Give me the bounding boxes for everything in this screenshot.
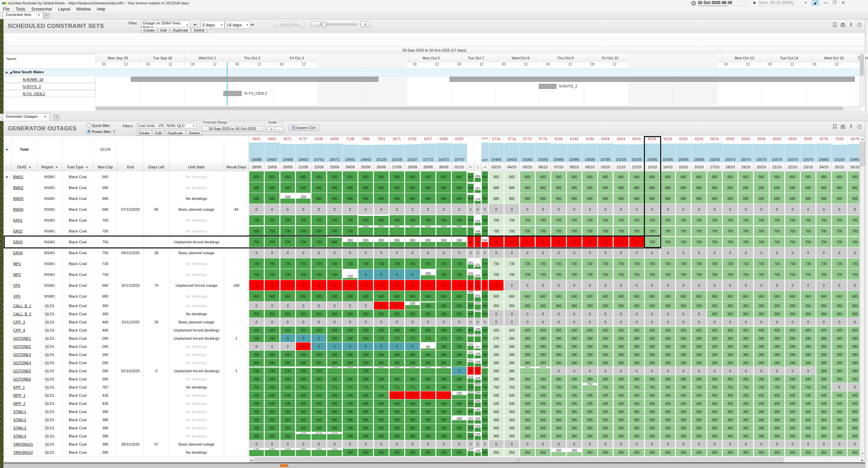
- outage-cell[interactable]: 660: [832, 171, 847, 182]
- outage-cell[interactable]: 700: [311, 226, 327, 237]
- outage-cell[interactable]: 350: [489, 302, 504, 310]
- total-cell[interactable]: 622415905: [691, 136, 707, 162]
- outage-cell[interactable]: 280: [816, 359, 832, 367]
- outage-cell[interactable]: 365: [389, 408, 405, 416]
- outage-cell[interactable]: 0: [738, 440, 754, 448]
- outage-cell[interactable]: 280: [535, 351, 551, 359]
- outage-cell[interactable]: 0: [535, 204, 551, 215]
- outage-cell[interactable]: 435: [707, 399, 723, 408]
- outage-cell[interactable]: 700: [660, 215, 676, 226]
- help-icon[interactable]: ?: [855, 21, 863, 28]
- outage-cell[interactable]: 0: [452, 440, 467, 448]
- outage-cell[interactable]: 280: [660, 359, 676, 367]
- total-cell[interactable]: 545416675: [481, 136, 489, 162]
- duid-link[interactable]: STAN-3: [13, 426, 26, 430]
- outage-cell[interactable]: 0: [342, 318, 358, 326]
- row-expander[interactable]: [4, 291, 11, 302]
- outage-cell[interactable]: 700: [832, 226, 847, 237]
- outage-cell[interactable]: 660: [816, 171, 832, 182]
- outage-cell[interactable]: 0: [389, 318, 405, 326]
- outage-cell[interactable]: 280: [327, 375, 342, 383]
- outage-cell[interactable]: 700: [785, 269, 801, 280]
- outage-cell[interactable]: 365: [504, 408, 520, 416]
- outage-cell[interactable]: 0: [474, 237, 481, 247]
- outage-cell[interactable]: 771: [327, 383, 342, 391]
- outage-cell[interactable]: 280: [504, 375, 520, 383]
- outage-cell[interactable]: 0: [567, 318, 582, 326]
- outage-cell[interactable]: 285: [467, 269, 474, 280]
- outage-cell[interactable]: 750: [769, 383, 785, 391]
- outage-cell[interactable]: 280: [582, 375, 598, 383]
- outage-cell[interactable]: 660: [629, 171, 645, 182]
- outage-cell[interactable]: 420: [567, 326, 582, 334]
- outage-cell[interactable]: 0: [567, 367, 582, 375]
- outage-cell[interactable]: 420: [645, 326, 660, 334]
- outage-cell[interactable]: 365: [264, 432, 280, 440]
- outage-cell[interactable]: 660: [296, 291, 311, 302]
- outage-cell[interactable]: 0: [832, 440, 847, 448]
- outage-cell[interactable]: 700: [738, 237, 754, 247]
- outage-cell[interactable]: 365: [801, 416, 816, 424]
- outage-cell[interactable]: 280: [832, 351, 847, 359]
- outage-cell[interactable]: 365: [489, 416, 504, 424]
- date-column-header[interactable]: 26/09: [374, 162, 389, 171]
- outage-cell[interactable]: 350: [436, 448, 452, 456]
- outage-cell[interactable]: 0: [769, 440, 785, 448]
- reset-zoom-button[interactable]: Reset Zoom: [275, 21, 304, 27]
- outage-cell[interactable]: 295: [327, 448, 342, 456]
- outage-cell[interactable]: 365: [645, 416, 660, 424]
- outage-cell[interactable]: 350: [723, 448, 738, 456]
- outage-cell[interactable]: 0: [629, 318, 645, 326]
- date-column-header[interactable]: 30/09: [436, 162, 452, 171]
- duid-link[interactable]: ER02: [13, 229, 23, 233]
- outage-cell[interactable]: 685: [707, 182, 723, 193]
- outage-cell[interactable]: 0: [535, 318, 551, 326]
- outage-cell[interactable]: 365: [280, 416, 296, 424]
- outage-cell[interactable]: 685: [420, 182, 436, 193]
- outage-cell[interactable]: 335: [467, 424, 474, 432]
- outage-cell[interactable]: 660: [374, 171, 389, 182]
- outage-cell[interactable]: 0: [420, 391, 436, 399]
- outage-cell[interactable]: 0: [296, 247, 311, 258]
- outage-cell[interactable]: 350: [436, 302, 452, 310]
- outage-cell[interactable]: 350: [707, 448, 723, 456]
- outage-cell[interactable]: 685: [691, 193, 707, 204]
- outage-cell[interactable]: 435: [280, 399, 296, 408]
- outage-cell[interactable]: 280: [280, 375, 296, 383]
- outage-cell[interactable]: 350: [452, 302, 467, 310]
- outage-cell[interactable]: 750: [738, 383, 754, 391]
- outage-cell[interactable]: 700: [645, 269, 660, 280]
- outage-cell[interactable]: 350: [452, 237, 467, 247]
- outage-cell[interactable]: 280: [420, 359, 436, 367]
- outage-cell[interactable]: 280: [551, 359, 567, 367]
- outage-cell[interactable]: 280: [769, 334, 785, 342]
- date-column-header[interactable]: 12/10: [629, 162, 645, 171]
- outage-cell[interactable]: 700: [452, 215, 467, 226]
- outage-cell[interactable]: 750: [489, 383, 504, 391]
- outage-cell[interactable]: 0: [389, 204, 405, 215]
- gantt-vscrollbar[interactable]: [860, 54, 864, 106]
- outage-cell[interactable]: 0: [389, 391, 405, 399]
- outage-cell[interactable]: 700: [311, 269, 327, 280]
- outage-cell[interactable]: 685: [342, 193, 358, 204]
- outage-cell[interactable]: 750: [567, 383, 582, 391]
- outage-cell[interactable]: 0: [489, 440, 504, 448]
- help-icon[interactable]: ?: [855, 123, 863, 130]
- outage-cell[interactable]: 600: [452, 226, 467, 237]
- outage-cell[interactable]: 685: [551, 182, 567, 193]
- outage-cell[interactable]: 280: [358, 375, 374, 383]
- outage-cell[interactable]: 280: [598, 375, 613, 383]
- outage-cell[interactable]: 660: [551, 291, 567, 302]
- row-expander[interactable]: [4, 334, 11, 342]
- outage-cell[interactable]: 280: [691, 342, 707, 351]
- outage-cell[interactable]: 350: [660, 448, 676, 456]
- outage-cell[interactable]: 280: [738, 351, 754, 359]
- outage-cell[interactable]: 771: [374, 383, 389, 391]
- outage-cell[interactable]: 0: [504, 204, 520, 215]
- outage-cell[interactable]: 660: [738, 171, 754, 182]
- outage-cell[interactable]: 660: [389, 291, 405, 302]
- outage-cell[interactable]: 700: [489, 269, 504, 280]
- outage-cell[interactable]: 700: [660, 269, 676, 280]
- outage-cell[interactable]: 280: [707, 342, 723, 351]
- outage-cell[interactable]: 0: [452, 204, 467, 215]
